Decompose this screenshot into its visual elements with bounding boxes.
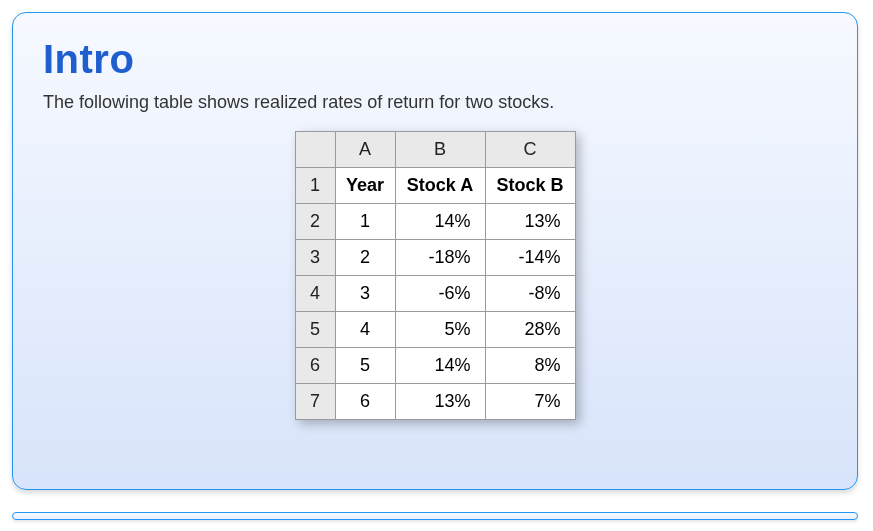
data-cell: 3 xyxy=(335,276,395,312)
data-cell: 5% xyxy=(395,312,485,348)
col-letter: A xyxy=(335,132,395,168)
header-cell: Year xyxy=(335,168,395,204)
row-number: 6 xyxy=(295,348,335,384)
data-cell: 1 xyxy=(335,204,395,240)
data-cell: 8% xyxy=(485,348,575,384)
row-number: 1 xyxy=(295,168,335,204)
table-row: 5 4 5% 28% xyxy=(295,312,575,348)
data-cell: 28% xyxy=(485,312,575,348)
next-card-peek xyxy=(12,512,858,520)
corner-cell xyxy=(295,132,335,168)
data-cell: 14% xyxy=(395,204,485,240)
row-number: 4 xyxy=(295,276,335,312)
table-row: 2 1 14% 13% xyxy=(295,204,575,240)
data-cell: 13% xyxy=(485,204,575,240)
data-cell: 7% xyxy=(485,384,575,420)
data-cell: -6% xyxy=(395,276,485,312)
data-cell: 4 xyxy=(335,312,395,348)
data-cell: 14% xyxy=(395,348,485,384)
table-row: 7 6 13% 7% xyxy=(295,384,575,420)
col-letter: C xyxy=(485,132,575,168)
data-cell: -8% xyxy=(485,276,575,312)
table-container: A B C 1 Year Stock A Stock B 2 1 14% 13%… xyxy=(43,131,827,420)
data-cell: 2 xyxy=(335,240,395,276)
header-cell: Stock B xyxy=(485,168,575,204)
card-description: The following table shows realized rates… xyxy=(43,92,827,113)
col-letter: B xyxy=(395,132,485,168)
header-cell: Stock A xyxy=(395,168,485,204)
data-cell: 6 xyxy=(335,384,395,420)
card-title: Intro xyxy=(43,37,827,82)
table-row: 4 3 -6% -8% xyxy=(295,276,575,312)
data-cell: -18% xyxy=(395,240,485,276)
data-cell: 13% xyxy=(395,384,485,420)
spreadsheet-table: A B C 1 Year Stock A Stock B 2 1 14% 13%… xyxy=(295,131,576,420)
row-number: 5 xyxy=(295,312,335,348)
table-row: 3 2 -18% -14% xyxy=(295,240,575,276)
data-cell: -14% xyxy=(485,240,575,276)
intro-card: Intro The following table shows realized… xyxy=(12,12,858,490)
column-letter-row: A B C xyxy=(295,132,575,168)
row-number: 7 xyxy=(295,384,335,420)
row-number: 3 xyxy=(295,240,335,276)
header-row: 1 Year Stock A Stock B xyxy=(295,168,575,204)
table-row: 6 5 14% 8% xyxy=(295,348,575,384)
data-cell: 5 xyxy=(335,348,395,384)
row-number: 2 xyxy=(295,204,335,240)
